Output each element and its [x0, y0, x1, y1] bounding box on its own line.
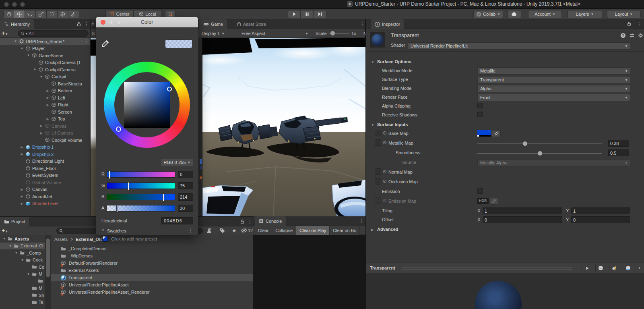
foldout-arrow-icon[interactable]: ▶: [39, 124, 44, 128]
panel-menu-icon[interactable]: ⋮: [247, 218, 253, 225]
hierarchy-item-aircraftjet[interactable]: ▶ AircraftJet: [0, 193, 90, 200]
project-folder-assets[interactable]: ▼ Assets: [0, 235, 45, 243]
foldout-arrow-icon[interactable]: ▶: [45, 96, 50, 100]
hex-input[interactable]: 004BD6: [161, 217, 193, 224]
gear-icon[interactable]: [638, 33, 644, 38]
alpha-clipping-checkbox[interactable]: [477, 103, 483, 108]
breadcrumb-root[interactable]: Assets: [54, 237, 68, 242]
close-icon[interactable]: [101, 20, 105, 25]
pause-button[interactable]: [301, 10, 314, 18]
metallic-slider-knob[interactable]: [523, 141, 527, 146]
slider-thumb[interactable]: [109, 171, 110, 179]
project-folder-unnamed[interactable]: [0, 278, 45, 285]
metallic-map-texture-slot[interactable]: [375, 139, 381, 146]
hand-tool-button[interactable]: [3, 10, 14, 18]
slider-thumb[interactable]: [163, 193, 164, 201]
hierarchy-item-cockpit[interactable]: ▼ Cockpit: [0, 73, 90, 81]
project-folder-sh[interactable]: Sh: [0, 292, 45, 299]
hidden-count-eye-icon[interactable]: [241, 228, 247, 233]
hierarchy-item-canvas[interactable]: ▶ Canvas: [0, 186, 90, 193]
project-folder-external-o[interactable]: ▼ External_O: [0, 243, 45, 250]
hierarchy-item-ui-camera[interactable]: ▶ UI Camera: [0, 130, 90, 137]
hierarchy-item-cockpit-volume[interactable]: Cockpit Volume: [0, 137, 90, 144]
hierarchy-item-basestructu[interactable]: BaseStructu: [0, 80, 90, 87]
custom-tool-button[interactable]: [68, 10, 79, 18]
hierarchy-item-urpdemo-starter-[interactable]: ▼ URPDemo_Starter*⋮: [0, 38, 90, 45]
offset-x-field[interactable]: 0: [483, 216, 562, 223]
step-button[interactable]: [314, 10, 326, 18]
help-icon[interactable]: ?: [620, 33, 626, 38]
game-viewport[interactable]: [199, 38, 365, 216]
foldout-arrow-icon[interactable]: ▶: [19, 195, 25, 198]
preview-environment-button[interactable]: [623, 264, 633, 272]
hierarchy-item-global-volume[interactable]: Global Volume: [0, 179, 90, 186]
scene-menu-icon[interactable]: ⋮: [84, 39, 89, 44]
swatches-header[interactable]: Swatches: [107, 228, 126, 233]
offset-y-field[interactable]: 0: [571, 216, 630, 223]
layers-dropdown[interactable]: Layers▼: [568, 10, 602, 18]
foldout-arrow-icon[interactable]: ▶: [45, 103, 50, 107]
blending-mode-dropdown[interactable]: Alpha▼: [477, 85, 630, 92]
b-slider[interactable]: [107, 194, 175, 200]
g-slider[interactable]: [107, 182, 175, 189]
cloud-button[interactable]: [508, 10, 521, 18]
shader-dropdown[interactable]: Universal Render Pipeline/Lit▼: [408, 42, 630, 50]
foldout-arrow-icon[interactable]: ▶: [19, 152, 25, 156]
swatches-menu-icon[interactable]: ⋮: [188, 228, 193, 233]
hierarchy-item-shooterlevel[interactable]: ▶ ShooterLevel: [0, 200, 90, 207]
project-file--wipdemos[interactable]: _WipDemos: [51, 252, 253, 259]
hierarchy-item-dropship-1[interactable]: ▶ Dropship 1: [0, 144, 90, 151]
emission-checkbox[interactable]: [477, 188, 483, 194]
preview-lighting-button[interactable]: [609, 264, 619, 272]
sv-picker-knob[interactable]: [167, 87, 172, 91]
section-title[interactable]: Advanced: [377, 227, 398, 232]
create-object-button[interactable]: +▾: [2, 30, 7, 36]
base-map-color-swatch[interactable]: [477, 130, 491, 135]
move-tool-button[interactable]: [14, 10, 25, 18]
rotate-tool-button[interactable]: [25, 10, 36, 18]
smoothness-slider-knob[interactable]: [538, 151, 542, 156]
project-file-transparent[interactable]: Transparent: [51, 274, 253, 281]
hierarchy-item-screen[interactable]: Screen: [0, 108, 90, 116]
scene-viewport-fragment[interactable]: [91, 38, 96, 216]
foldout-arrow-icon[interactable]: ▼: [2, 237, 7, 241]
tiling-x-field[interactable]: 1: [483, 207, 562, 214]
foldout-arrow-icon[interactable]: ▼: [26, 272, 31, 276]
scale-slider-knob[interactable]: [330, 31, 335, 35]
hierarchy-item-eventsystem[interactable]: EventSystem: [0, 172, 90, 179]
saturation-value-square[interactable]: [124, 82, 170, 128]
display-dropdown[interactable]: Display 1▼: [199, 29, 227, 38]
project-file-defaultforwardrenderer[interactable]: {}DefaultForwardRenderer: [51, 259, 253, 267]
preview-options-button[interactable]: ▾: [634, 264, 644, 272]
console-log-area[interactable]: [253, 235, 366, 309]
tab-inspector[interactable]: Inspector: [371, 19, 404, 29]
account-dropdown[interactable]: Account▼: [528, 10, 562, 18]
workflow-mode-dropdown[interactable]: Metallic▼: [477, 67, 630, 75]
normal-map-texture-slot[interactable]: [375, 168, 381, 175]
project-folder-m[interactable]: ▼ M: [0, 271, 45, 278]
preview-play-button[interactable]: [582, 264, 592, 272]
hierarchy-item-bottom[interactable]: ▶ Bottom: [0, 87, 90, 95]
slider-thumb[interactable]: [128, 182, 129, 190]
project-folder-cock[interactable]: ▼ Cock: [0, 257, 45, 264]
rect-tool-button[interactable]: [47, 10, 58, 18]
foldout-arrow-icon[interactable]: ▼: [14, 251, 19, 255]
clear-on-bu-button[interactable]: Clear on Bu: [330, 226, 360, 235]
project-folder-te[interactable]: Te: [0, 299, 45, 306]
texture-picker-icon[interactable]: [383, 170, 386, 173]
project-folder-co[interactable]: Co: [0, 263, 45, 271]
hierarchy-search-input[interactable]: ▾ All: [18, 30, 89, 37]
occlusion-map-texture-slot[interactable]: [375, 178, 381, 185]
project-folder-m[interactable]: M: [0, 285, 45, 292]
texture-picker-icon[interactable]: [383, 131, 386, 135]
color-mode-dropdown[interactable]: RGB 0-255▼: [161, 159, 193, 166]
smoothness-value-field[interactable]: 0.5: [608, 149, 629, 156]
collapse-button[interactable]: Collapse: [272, 226, 296, 235]
texture-picker-icon[interactable]: [383, 141, 386, 144]
project-file-universalrenderpipelineasset-renderer[interactable]: {}UniversalRenderPipelineAsset_Renderer: [51, 288, 253, 296]
material-preview-bar[interactable]: Transparent ▾: [366, 263, 644, 273]
clear-on-play-button[interactable]: Clear on Play: [296, 226, 330, 235]
project-file-external-assets[interactable]: External Assets: [51, 267, 253, 274]
section-title[interactable]: Surface Options: [377, 59, 411, 64]
panel-menu-icon[interactable]: ⋮: [84, 21, 89, 27]
